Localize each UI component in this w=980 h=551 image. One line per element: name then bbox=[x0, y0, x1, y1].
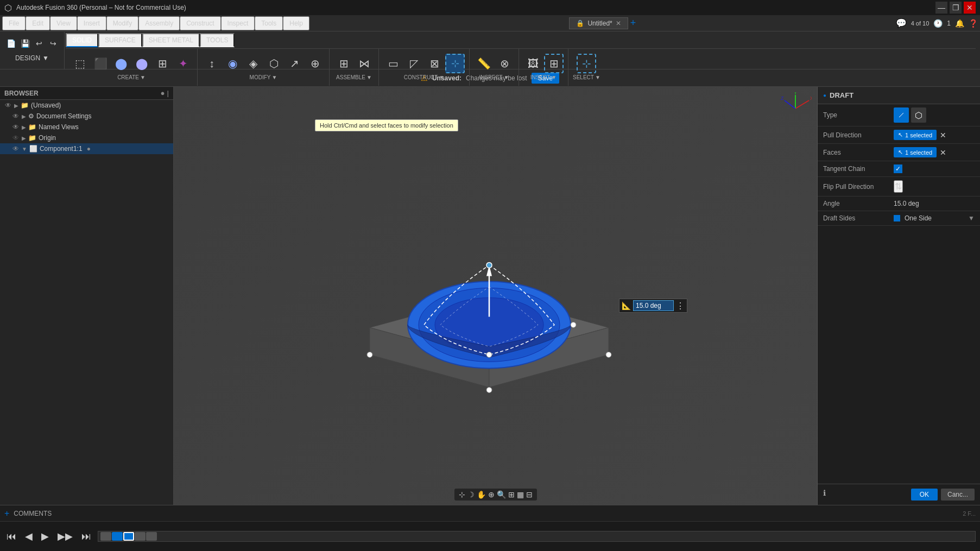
measure-button[interactable]: 📏 bbox=[474, 54, 494, 73]
pattern-button[interactable]: ✦ bbox=[173, 54, 193, 73]
viewport-snap-button[interactable]: ⊹ bbox=[459, 490, 465, 499]
z-axis-label: Z bbox=[781, 96, 784, 101]
view-menu[interactable]: View bbox=[50, 16, 77, 30]
rewind-button[interactable]: ⏮ bbox=[4, 529, 18, 544]
svg-point-12 bbox=[367, 352, 372, 357]
skip-forward-button[interactable]: ⏭ bbox=[79, 529, 93, 544]
midplane-button[interactable]: ⊠ bbox=[425, 54, 444, 73]
maximize-button[interactable]: ❐ bbox=[950, 2, 962, 14]
type-parting-line-button[interactable]: ⟋ bbox=[894, 107, 909, 123]
new-component-button[interactable]: ⬚ bbox=[70, 54, 90, 73]
assembly-menu[interactable]: Assembly bbox=[138, 16, 180, 30]
insert-icons: 🖼 ⊞ bbox=[523, 54, 564, 73]
ok-button[interactable]: OK bbox=[911, 489, 938, 501]
push-pull-button[interactable]: ↕ bbox=[202, 54, 222, 73]
edit-menu[interactable]: Edit bbox=[26, 16, 50, 30]
faces-clear-button[interactable]: ✕ bbox=[940, 148, 946, 157]
viewport-grid-button[interactable]: ⊞ bbox=[508, 490, 515, 499]
tools-tab[interactable]: TOOLS bbox=[200, 33, 235, 47]
interference-button[interactable]: ⊗ bbox=[495, 54, 514, 73]
insert-menu[interactable]: Insert bbox=[77, 16, 106, 30]
help-menu[interactable]: Help bbox=[283, 16, 309, 30]
viewport-fit-button[interactable]: ⊕ bbox=[488, 490, 495, 499]
angle-plane-button[interactable]: ◸ bbox=[404, 54, 423, 73]
redo-button[interactable]: ↪ bbox=[47, 37, 60, 50]
draft-pull-direction-label: Pull Direction bbox=[823, 131, 894, 139]
construct-menu[interactable]: Construct bbox=[180, 16, 220, 30]
draft-flip-pull-label: Flip Pull Direction bbox=[823, 183, 894, 191]
draft-modify-button[interactable]: ↗ bbox=[284, 54, 304, 73]
faces-cursor-icon: ↖ bbox=[898, 149, 903, 156]
browser-item-unsaved[interactable]: 👁 ▶ 📁 (Unsaved) bbox=[0, 100, 173, 111]
new-button[interactable]: 📄 bbox=[4, 37, 17, 50]
tangent-chain-checkbox[interactable]: ✓ bbox=[894, 164, 902, 173]
angle-input[interactable] bbox=[633, 300, 674, 311]
close-button[interactable]: ✕ bbox=[964, 2, 976, 14]
tools-menu[interactable]: Tools bbox=[255, 16, 283, 30]
chamfer-button[interactable]: ◈ bbox=[243, 54, 263, 73]
angle-options-button[interactable]: ⋮ bbox=[676, 301, 685, 311]
fillet-button[interactable]: ◉ bbox=[223, 54, 242, 73]
cancel-button[interactable]: Canc... bbox=[941, 489, 975, 501]
draft-type-label: Type bbox=[823, 111, 894, 119]
draft-title: DRAFT bbox=[830, 91, 853, 99]
pull-direction-selected-button[interactable]: ↖ 1 selected bbox=[894, 130, 937, 140]
save-button-toolbar[interactable]: 💾 bbox=[18, 37, 31, 50]
minimize-button[interactable]: — bbox=[935, 2, 947, 14]
type-neutral-plane-button[interactable]: ⬡ bbox=[911, 107, 926, 123]
viewport[interactable]: Hold Ctrl/Cmd and select faces to modify… bbox=[174, 87, 817, 505]
play-button[interactable]: ▶ bbox=[39, 528, 51, 544]
scale-button[interactable]: ⊞ bbox=[153, 54, 172, 73]
flip-pull-button[interactable]: ⇅ bbox=[894, 180, 903, 193]
joint-origin-button[interactable]: ⋈ bbox=[355, 54, 374, 73]
active-tab[interactable]: 🔒 Untitled* ✕ bbox=[569, 17, 628, 29]
browser-item-component[interactable]: 👁 ▼ ⬜ Component1:1 ● bbox=[0, 143, 173, 154]
add-comment-button[interactable]: + bbox=[4, 509, 9, 518]
viewport-display-button[interactable]: ▦ bbox=[517, 490, 524, 499]
browser-item-origin[interactable]: 👁 ▶ 📁 Origin bbox=[0, 132, 173, 143]
browser-item-origin-label: Origin bbox=[39, 134, 56, 142]
new-tab-button[interactable]: + bbox=[630, 17, 636, 29]
browser-expand-button[interactable]: | bbox=[167, 89, 169, 97]
cylinder-button[interactable]: ⬤ bbox=[111, 54, 131, 73]
assemble-chevron: ▼ bbox=[366, 74, 372, 80]
viewport-pan-button[interactable]: ✋ bbox=[477, 490, 486, 499]
pull-direction-clear-button[interactable]: ✕ bbox=[940, 131, 946, 140]
faces-selected-button[interactable]: ↖ 1 selected bbox=[894, 147, 937, 157]
design-dropdown-button[interactable]: DESIGN ▼ bbox=[11, 52, 53, 64]
box-button[interactable]: ⬛ bbox=[91, 54, 110, 73]
viewport-zoom-button[interactable]: 🔍 bbox=[497, 490, 506, 499]
shell-button[interactable]: ⬡ bbox=[264, 54, 283, 73]
insert-mcad-button[interactable]: ⊞ bbox=[544, 54, 564, 73]
inspect-menu[interactable]: Inspect bbox=[221, 16, 255, 30]
draft-sides-row: Draft Sides One Side ▼ bbox=[818, 211, 980, 226]
file-menu[interactable]: File bbox=[2, 16, 26, 30]
folder-icon: 📁 bbox=[21, 102, 29, 109]
new-joint-button[interactable]: ⊞ bbox=[334, 54, 353, 73]
combine-button[interactable]: ⊕ bbox=[305, 54, 325, 73]
expand-icon-2: ▶ bbox=[22, 113, 26, 119]
inspect-icons: 📏 ⊗ bbox=[474, 54, 514, 73]
undo-button[interactable]: ↩ bbox=[33, 37, 46, 50]
viewport-rendering-button[interactable]: ⊟ bbox=[526, 490, 533, 499]
tab-close-icon[interactable]: ✕ bbox=[616, 20, 621, 27]
browser-collapse-button[interactable]: ● bbox=[160, 89, 165, 97]
browser-item-namedviews[interactable]: 👁 ▶ 📁 Named Views bbox=[0, 122, 173, 132]
info-icon: ℹ bbox=[823, 489, 826, 501]
help-icon: ❓ bbox=[969, 19, 978, 28]
viewport-orbit-button[interactable]: ☽ bbox=[467, 490, 475, 499]
insert-image-button[interactable]: 🖼 bbox=[523, 54, 543, 73]
sheetmetal-tab[interactable]: SHEET METAL bbox=[142, 33, 200, 47]
eye-icon-2: 👁 bbox=[12, 112, 20, 120]
sphere-button[interactable]: ⬤ bbox=[132, 54, 151, 73]
offset-plane-button[interactable]: ▭ bbox=[383, 54, 403, 73]
solid-tab[interactable]: SOLID bbox=[66, 33, 98, 47]
surface-tab[interactable]: SURFACE bbox=[98, 33, 142, 47]
active-construct-button[interactable]: ⊹ bbox=[445, 54, 465, 73]
create-label: CREATE ▼ bbox=[117, 74, 146, 80]
select-button[interactable]: ⊹ bbox=[577, 54, 596, 73]
play-backward-button[interactable]: ◀ bbox=[23, 528, 35, 544]
browser-item-docsettings[interactable]: 👁 ▶ ⚙ Document Settings bbox=[0, 111, 173, 122]
modify-menu[interactable]: Modify bbox=[106, 16, 138, 30]
play-forward-button[interactable]: ▶▶ bbox=[55, 528, 75, 544]
